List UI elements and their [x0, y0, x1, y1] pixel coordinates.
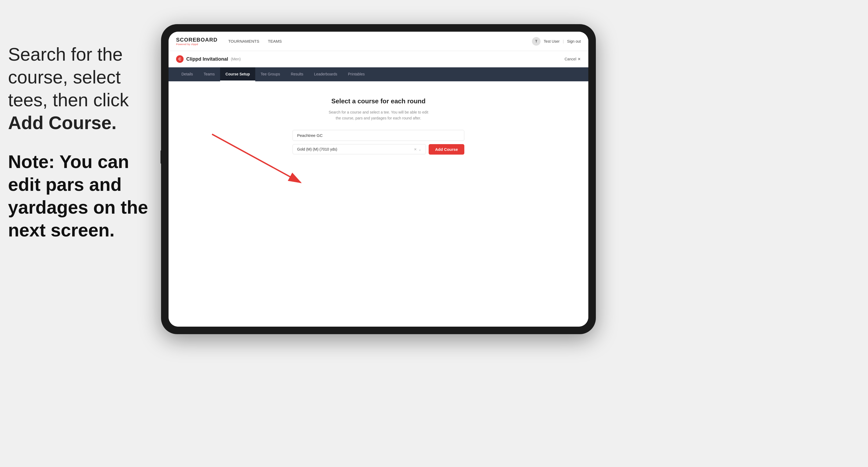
- nav-left: SCOREBOARD Powered by clippd TOURNAMENTS…: [176, 37, 282, 45]
- add-course-button[interactable]: Add Course: [429, 144, 464, 155]
- cancel-button[interactable]: Cancel ✕: [564, 57, 581, 61]
- nav-link-teams[interactable]: TEAMS: [268, 39, 282, 43]
- tab-bar: Details Teams Course Setup Tee Groups Re…: [168, 67, 588, 81]
- tournament-subtitle: (Men): [231, 57, 241, 61]
- course-search-input[interactable]: [292, 130, 464, 141]
- cancel-icon: ✕: [578, 57, 581, 61]
- annotation-text-main: Search for the course, select tees, then…: [8, 43, 164, 134]
- user-avatar: T: [532, 37, 540, 45]
- panel-description: Search for a course and select a tee. Yo…: [328, 109, 429, 121]
- tee-chevron-icon: ⌄: [418, 147, 422, 151]
- logo-sub: Powered by clippd: [176, 43, 217, 45]
- tab-leaderboards[interactable]: Leaderboards: [309, 67, 342, 81]
- nav-link-tournaments[interactable]: TOURNAMENTS: [228, 39, 259, 43]
- tee-clear-icon[interactable]: ✕: [414, 147, 417, 151]
- annotation-note: Note: You can edit pars and yardages on …: [8, 150, 164, 242]
- tab-teams[interactable]: Teams: [198, 67, 220, 81]
- course-setup-panel: Select a course for each round Search fo…: [292, 97, 464, 155]
- nav-links: TOURNAMENTS TEAMS: [228, 39, 282, 43]
- tee-select-dropdown[interactable]: Gold (M) (M) (7010 yds) ✕ ⌄: [292, 144, 426, 154]
- tab-tee-groups[interactable]: Tee Groups: [255, 67, 285, 81]
- logo-main: SCOREBOARD: [176, 37, 217, 43]
- tablet-device: SCOREBOARD Powered by clippd TOURNAMENTS…: [161, 24, 596, 334]
- tee-select-value: Gold (M) (M) (7010 yds): [297, 147, 337, 151]
- tab-printables[interactable]: Printables: [343, 67, 370, 81]
- logo-area: SCOREBOARD Powered by clippd: [176, 37, 217, 45]
- main-content: Select a course for each round Search fo…: [168, 81, 588, 326]
- tab-course-setup[interactable]: Course Setup: [220, 67, 255, 81]
- tablet-screen: SCOREBOARD Powered by clippd TOURNAMENTS…: [168, 32, 588, 326]
- top-nav: SCOREBOARD Powered by clippd TOURNAMENTS…: [168, 32, 588, 51]
- annotation-highlight: Add Course.: [8, 113, 117, 133]
- tab-details[interactable]: Details: [176, 67, 198, 81]
- nav-separator: |: [563, 39, 564, 43]
- tournament-title: C Clippd Invitational (Men): [176, 55, 241, 63]
- nav-right: T Test User | Sign out: [532, 37, 581, 45]
- annotation-area: Search for the course, select tees, then…: [8, 43, 164, 242]
- tournament-icon: C: [176, 55, 184, 63]
- tee-select-row: Gold (M) (M) (7010 yds) ✕ ⌄ Add Course: [292, 144, 464, 155]
- tournament-header: C Clippd Invitational (Men) Cancel ✕: [168, 51, 588, 67]
- tournament-name: Clippd Invitational: [186, 56, 228, 62]
- sign-out-link[interactable]: Sign out: [567, 39, 581, 43]
- tee-select-controls: ✕ ⌄: [414, 147, 422, 151]
- tab-results[interactable]: Results: [285, 67, 309, 81]
- panel-title: Select a course for each round: [292, 97, 464, 105]
- user-label: Test User: [544, 39, 560, 43]
